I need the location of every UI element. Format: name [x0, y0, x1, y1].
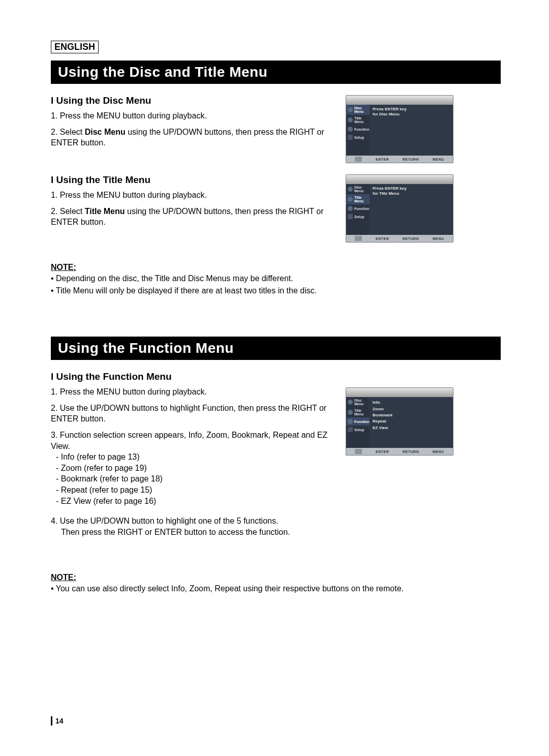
step-number: 2.	[51, 207, 57, 216]
osd-side-label: Function	[354, 207, 370, 210]
manual-page: ENGLISH Using the Disc and Title Menu I …	[0, 0, 549, 756]
osd-top-bar	[346, 175, 453, 184]
osd-side-item-title-menu: Title Menu	[346, 407, 370, 417]
osd-sidebar: Disc Menu Title Menu Function Setup	[346, 105, 370, 156]
subhead-text: Using the Function Menu	[56, 371, 172, 382]
step-text-bold: Disc Menu	[85, 128, 126, 136]
disc-step-1: 1. Press the MENU button during playback…	[51, 110, 336, 122]
osd-side-item-disc-menu: Disc Menu	[346, 184, 370, 194]
osd-main-line1: Press ENTER key	[373, 107, 450, 112]
disc-icon	[348, 117, 353, 123]
func-step3-sub3: - Bookmark (refer to page 18)	[56, 473, 336, 485]
osd-side-label: Setup	[354, 215, 364, 219]
func-step-2: 2. Use the UP/DOWN buttons to highlight …	[51, 403, 336, 425]
func-step3-sub1: - Info (refer to page 13)	[56, 451, 336, 463]
step-text-line1: Use the UP/DOWN button to highlight one …	[60, 517, 279, 525]
func-step3-sub4: - Repeat (refer to page 15)	[56, 485, 336, 496]
step-text: Press the MENU button during playback.	[60, 387, 207, 396]
osd-side-item-function: Function	[346, 125, 370, 133]
osd-side-label: Disc Menu	[354, 106, 368, 113]
step-number: 4.	[51, 517, 57, 525]
step-number: 2.	[51, 128, 57, 136]
note2-bullet-1: • You can use also directly select Info,…	[51, 583, 501, 594]
osd-footer-enter: ENTER	[376, 450, 389, 453]
note-label-2: NOTE:	[51, 573, 501, 582]
func-step-1: 1. Press the MENU button during playback…	[51, 386, 336, 398]
step-text: Function selection screen appears, Info,…	[51, 431, 327, 450]
osd-fn-item-info: Info	[373, 400, 450, 405]
osd-footer-return: RETURN	[403, 450, 419, 453]
func-step3-sub5: - EZ View (refer to page 16)	[56, 496, 336, 507]
subhead-disc-menu: I Using the Disc Menu	[51, 95, 336, 106]
osd-main-line2: for Title Menu	[373, 191, 450, 196]
disc-step-2: 2. Select Disc Menu using the UP/DOWN bu…	[51, 127, 336, 148]
grid-icon	[348, 419, 353, 424]
page-number-wrap: 14	[51, 716, 64, 725]
osd-sidebar: Disc Menu Title Menu Function Setup	[346, 397, 370, 448]
step-number: 1.	[51, 191, 57, 199]
osd-screenshot-title-menu: Disc Menu Title Menu Function Setup	[346, 174, 453, 243]
step-text: Press the MENU button during playback.	[60, 111, 207, 120]
gear-icon	[348, 427, 353, 432]
osd-side-label: Function	[354, 128, 370, 131]
osd-side-item-setup: Setup	[346, 213, 370, 221]
osd-main-panel: Press ENTER key for Title Menu	[370, 184, 453, 235]
osd-side-item-setup: Setup	[346, 133, 370, 141]
osd-sidebar: Disc Menu Title Menu Function Setup	[346, 184, 370, 235]
func-step-3: 3. Function selection screen appears, In…	[51, 430, 336, 506]
osd-footer-menu: MENU	[433, 158, 444, 161]
osd-side-label: Function	[354, 420, 370, 424]
osd-side-item-title-menu: Title Menu	[346, 115, 370, 125]
banner-function-menu: Using the Function Menu	[51, 337, 501, 360]
note1-bullet-1: • Depending on the disc, the Title and D…	[51, 273, 501, 284]
subhead-text: Using the Title Menu	[56, 174, 150, 185]
step-number: 2.	[51, 404, 57, 412]
subhead-prefix: I	[51, 371, 53, 382]
step-number: 3.	[51, 431, 57, 439]
step-text-bold: Title Menu	[85, 207, 125, 216]
step-text: Press the MENU button during playback.	[60, 191, 207, 199]
osd-footer: ENTER RETURN MENU	[346, 235, 453, 242]
osd-fn-item-bookmark: Bookmark	[373, 413, 450, 418]
osd-footer-enter: ENTER	[376, 237, 389, 240]
grid-icon	[348, 206, 353, 211]
osd-main-panel: Press ENTER key for Disc Menu	[370, 105, 453, 156]
note1-bullet-2: • Title Menu will only be displayed if t…	[51, 285, 501, 296]
dpad-icon	[355, 236, 362, 241]
note-label-1: NOTE:	[51, 263, 501, 272]
func-step-4: 4. Use the UP/DOWN button to highlight o…	[51, 516, 336, 537]
osd-footer-enter: ENTER	[376, 158, 389, 161]
step-text: Use the UP/DOWN buttons to highlight Fun…	[51, 404, 326, 424]
disc-icon	[348, 400, 353, 405]
dpad-icon	[355, 157, 362, 162]
subhead-prefix: I	[51, 95, 53, 106]
osd-main-panel: Info Zoom Bookmark Repeat EZ View	[370, 397, 453, 448]
disc-icon	[348, 187, 353, 192]
osd-screenshot-disc-menu: Disc Menu Title Menu Function Setup	[346, 95, 453, 163]
osd-screenshot-function-menu: Disc Menu Title Menu Function Setup	[346, 387, 453, 456]
page-number-bar	[51, 716, 52, 725]
subhead-text: Using the Disc Menu	[56, 95, 151, 106]
osd-footer-return: RETURN	[403, 237, 419, 240]
gear-icon	[348, 135, 353, 140]
step-text-pre: Select	[60, 207, 85, 216]
func-step3-sub2: - Zoom (refer to page 19)	[56, 463, 336, 474]
osd-side-label: Title Menu	[354, 196, 368, 203]
osd-fn-item-repeat: Repeat	[373, 419, 450, 424]
step-number: 1.	[51, 387, 57, 396]
osd-footer-menu: MENU	[433, 450, 444, 453]
language-label: ENGLISH	[51, 41, 99, 53]
subhead-prefix: I	[51, 174, 53, 185]
osd-side-label: Setup	[354, 136, 364, 139]
osd-side-item-disc-menu: Disc Menu	[346, 105, 370, 115]
osd-footer: ENTER RETURN MENU	[346, 156, 453, 163]
osd-side-item-title-menu: Title Menu	[346, 194, 370, 204]
osd-main-line2: for Disc Menu	[373, 112, 450, 117]
osd-main-line1: Press ENTER key	[373, 186, 450, 191]
osd-side-item-function: Function	[346, 204, 370, 213]
banner-disc-title-menu: Using the Disc and Title Menu	[51, 61, 501, 84]
page-number: 14	[55, 717, 64, 725]
osd-side-item-setup: Setup	[346, 426, 370, 434]
osd-side-item-disc-menu: Disc Menu	[346, 397, 370, 407]
osd-top-bar	[346, 388, 453, 397]
